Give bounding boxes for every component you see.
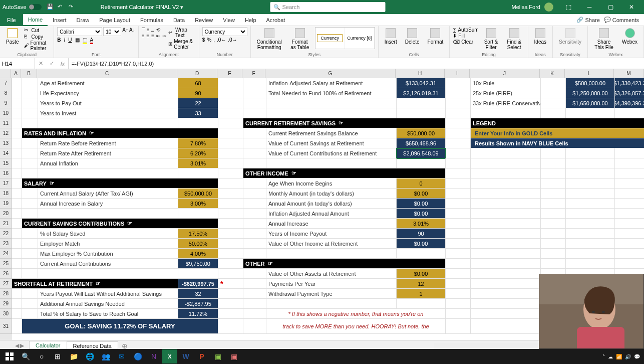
legend-gold[interactable]: Enter Your Info in GOLD Cells — [471, 128, 644, 138]
tab-review[interactable]: Review — [190, 14, 218, 26]
cell[interactable] — [471, 108, 541, 118]
cell[interactable] — [12, 178, 22, 189]
tab-formulas[interactable]: Formulas — [135, 14, 168, 26]
cell[interactable] — [566, 229, 615, 239]
cell[interactable]: -$620,997.75 — [178, 279, 218, 289]
cell[interactable]: * — [218, 279, 243, 289]
cell[interactable]: 6.20% — [178, 148, 218, 158]
format-painter-button[interactable]: 🖌Format Painter — [24, 40, 51, 51]
section-header[interactable]: CURRENT SAVINGS CONTRIBUTIONS☞ — [22, 219, 218, 229]
conditional-formatting-button[interactable]: Conditional Formatting — [254, 27, 285, 51]
cell[interactable] — [566, 108, 615, 118]
cell[interactable] — [218, 168, 243, 178]
cell[interactable] — [12, 108, 22, 118]
tab-acrobat[interactable]: Acrobat — [261, 14, 290, 26]
row-header[interactable]: 28 — [0, 289, 12, 299]
cell[interactable] — [218, 259, 243, 269]
format-as-table-button[interactable]: Format as Table — [287, 27, 313, 51]
cell[interactable]: $50,000.00 — [178, 189, 218, 199]
cell[interactable] — [471, 289, 541, 299]
cell[interactable] — [566, 158, 615, 168]
autosum-button[interactable]: ∑AutoSum — [453, 27, 478, 33]
cell[interactable]: $650,468.96 — [397, 138, 446, 148]
cell[interactable] — [12, 319, 22, 334]
cell[interactable] — [566, 178, 615, 189]
cell[interactable] — [446, 249, 471, 259]
cell[interactable]: 11.72% — [178, 309, 218, 319]
font-name-select[interactable]: Calibri — [57, 27, 102, 36]
cell[interactable] — [266, 98, 397, 108]
cell[interactable]: Return Rate Before Retirement — [38, 138, 178, 148]
cell[interactable]: 22 — [178, 98, 218, 108]
explorer-icon[interactable]: 📁 — [66, 349, 81, 363]
cell[interactable]: 68 — [178, 78, 218, 88]
cell[interactable]: % of Salary Saved — [38, 229, 178, 239]
cell[interactable] — [12, 128, 22, 138]
cell[interactable] — [566, 148, 615, 158]
cell[interactable] — [22, 78, 38, 88]
cell[interactable]: $1,250,000.00 — [566, 88, 615, 98]
cell[interactable] — [446, 108, 471, 118]
sheet-next-icon[interactable]: ▶ — [20, 342, 24, 349]
border-button[interactable]: ▦ — [75, 37, 80, 44]
row-header[interactable]: 25 — [0, 259, 12, 269]
cell[interactable]: 17.50% — [178, 229, 218, 239]
cell[interactable]: $0.00 — [397, 239, 446, 249]
cortana-icon[interactable]: ○ — [34, 349, 49, 363]
cell[interactable] — [22, 289, 38, 299]
share-button[interactable]: 🔗 Share — [576, 17, 599, 23]
cell[interactable] — [243, 138, 266, 148]
cell[interactable] — [22, 168, 38, 178]
row-header[interactable]: 10 — [0, 108, 12, 118]
toggle-switch[interactable] — [29, 4, 42, 10]
align-left-icon[interactable]: ≡ — [142, 33, 145, 39]
cell[interactable]: Value of Other Assets at Retirement — [266, 269, 397, 279]
cell[interactable] — [566, 249, 615, 259]
cell[interactable] — [12, 299, 22, 309]
cell[interactable]: $2,126,019.31 — [397, 88, 446, 98]
cell[interactable] — [22, 98, 38, 108]
cell[interactable] — [22, 239, 38, 249]
chrome-icon[interactable]: 🔵 — [130, 349, 145, 363]
cell[interactable] — [446, 88, 471, 98]
cell[interactable] — [22, 88, 38, 98]
cell[interactable] — [22, 269, 38, 279]
cell[interactable] — [243, 189, 266, 199]
fill-color-button[interactable]: ⬚ — [83, 37, 87, 44]
cell[interactable]: Employer Match — [38, 239, 178, 249]
cell[interactable] — [218, 138, 243, 148]
tab-page-layout[interactable]: Page Layout — [94, 14, 135, 26]
cell[interactable] — [218, 289, 243, 299]
cell[interactable] — [541, 209, 566, 219]
cell[interactable]: 0 — [397, 178, 446, 189]
app-icon[interactable]: ▣ — [210, 349, 225, 363]
delete-cells-button[interactable]: Delete — [402, 27, 423, 46]
cell[interactable] — [218, 108, 243, 118]
col-header[interactable]: F — [242, 69, 265, 78]
cell[interactable] — [22, 189, 38, 199]
cell[interactable]: Age at Retirement — [38, 78, 178, 88]
cell[interactable] — [471, 229, 541, 239]
italic-button[interactable]: I — [64, 37, 66, 44]
cell[interactable] — [471, 209, 541, 219]
cell[interactable]: 25x Rule (FIRE) — [471, 88, 541, 98]
cell[interactable]: track to save MORE than you need. HOORAY… — [266, 319, 446, 334]
cell[interactable] — [218, 128, 243, 138]
cell[interactable] — [218, 148, 243, 158]
cell[interactable] — [243, 199, 266, 209]
cell[interactable] — [615, 249, 644, 259]
cell[interactable] — [471, 259, 541, 269]
cell[interactable]: Current Annual Contributions — [38, 259, 178, 269]
cell[interactable]: Inflation Adjusted Annual Amount — [266, 209, 397, 219]
cell[interactable] — [446, 118, 471, 128]
cell[interactable] — [446, 269, 471, 279]
cell[interactable]: Withdrawal Payment Type — [266, 289, 397, 299]
cell[interactable] — [22, 209, 38, 219]
tab-draw[interactable]: Draw — [72, 14, 95, 26]
align-center-icon[interactable]: ≡ — [146, 33, 149, 39]
cell[interactable] — [22, 309, 38, 319]
cell[interactable] — [12, 269, 22, 279]
cut-button[interactable]: ✂Cut — [24, 27, 51, 33]
cell[interactable] — [178, 118, 218, 128]
tab-view[interactable]: View — [218, 14, 240, 26]
